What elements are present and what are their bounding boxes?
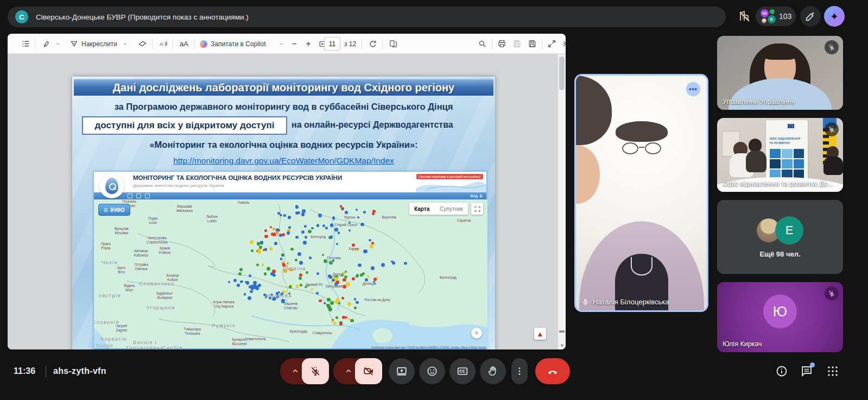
read-aloud-button[interactable]	[155, 34, 170, 54]
activities-button[interactable]	[826, 365, 839, 378]
monitoring-station-dot	[341, 273, 344, 277]
zoom-out-button[interactable]: −	[290, 34, 299, 54]
draw-dropdown[interactable]	[121, 34, 129, 54]
monitoring-station-dot	[280, 293, 283, 296]
copilot-dropdown[interactable]	[277, 34, 286, 54]
pdf-document-area: Дані досліджень лабораторії моніторингу …	[8, 54, 558, 349]
more-participants-tile[interactable]: E Ещё 98 чел.	[717, 200, 843, 274]
map-pan-control[interactable]: ✛	[471, 328, 482, 339]
portal-logo	[99, 173, 124, 198]
monitoring-station-dot	[267, 267, 270, 271]
speaker-tile[interactable]: ••• Наталія Білоцерківська	[574, 74, 708, 312]
fullscreen-button[interactable]	[545, 34, 558, 54]
monitoring-station-dot	[343, 278, 346, 282]
save-button[interactable]	[510, 34, 523, 54]
captions-button[interactable]	[449, 358, 476, 384]
translate-button[interactable]: аА	[177, 34, 191, 54]
reactions-button[interactable]	[419, 358, 445, 384]
save-as-button[interactable]	[525, 34, 538, 54]
page-number-input[interactable]: 11	[324, 37, 340, 51]
chat-button[interactable]	[800, 365, 813, 378]
satellite-button[interactable]: Супутник	[434, 206, 468, 212]
map-type-control[interactable]: Карта Супутник	[409, 203, 468, 215]
monitoring-station-dot	[309, 257, 311, 259]
monitoring-station-dot	[249, 274, 251, 277]
monitoring-station-dot	[324, 259, 327, 263]
monitoring-station-dot	[308, 230, 311, 233]
raise-hand-button[interactable]	[480, 358, 506, 384]
monitoring-station-dot	[352, 243, 355, 247]
gemini-button[interactable]: ✦	[824, 6, 845, 27]
present-button[interactable]	[389, 358, 415, 384]
map-fullscreen-button[interactable]	[471, 203, 483, 215]
zoom-in-button[interactable]: +	[304, 34, 313, 54]
annotate-button[interactable]	[800, 6, 821, 27]
eraser-button[interactable]	[136, 34, 149, 54]
rotate-button[interactable]	[366, 34, 379, 54]
toc-button[interactable]	[18, 34, 33, 54]
monitoring-station-dot	[356, 209, 358, 211]
menu-icon[interactable]	[136, 193, 141, 198]
participants-button[interactable]: Ю E 103	[756, 7, 796, 26]
tile-more-options-button[interactable]: •••	[686, 82, 700, 96]
menu-icon[interactable]	[128, 193, 132, 198]
monitoring-station-dot	[334, 228, 338, 232]
print-button[interactable]	[495, 34, 508, 54]
participant-tile-upravlinnia[interactable]: Управління Управління	[717, 36, 843, 110]
map-canvas[interactable]: ☰ІНФО Карта Супутник ✛ Комбінації клавіш…	[94, 199, 487, 349]
monitoring-station-dot	[329, 276, 332, 279]
slide-page-11: Дані досліджень лабораторії моніторингу …	[72, 77, 495, 349]
draw-icon[interactable]	[67, 34, 80, 54]
portal-title: МОНІТОРИНГ ТА ЕКОЛОГІЧНА ОЦІНКА ВОДНИХ Р…	[133, 174, 342, 181]
slide-link[interactable]: http://monitoring.davr.gov.ua/EcoWaterMo…	[173, 156, 394, 165]
highlight-button[interactable]	[39, 34, 52, 54]
slide-title: Дані досліджень лабораторії моніторингу …	[74, 79, 493, 96]
draw-label[interactable]: Накреслити	[81, 34, 117, 54]
monitoring-station-dot	[303, 241, 307, 245]
participant-name-label: Управління Управління	[723, 98, 795, 105]
scrollbar-down-arrow[interactable]: ▼	[560, 343, 565, 348]
monitoring-station-dot	[330, 235, 333, 239]
avatar: Ю	[763, 295, 797, 328]
clock: 11:36	[14, 366, 35, 376]
copilot-label[interactable]: Запитати в Copilot	[211, 34, 266, 54]
copilot-icon[interactable]	[199, 34, 208, 54]
monitoring-station-dot	[373, 278, 377, 281]
camera-toggle-button[interactable]	[355, 358, 382, 384]
login-link[interactable]: Вхід	[470, 193, 483, 198]
participant-tile-office[interactable]: ОФІС ВІДНОВЛЕННЯТА РОЗВИТКУ Офіс відновл…	[717, 118, 843, 192]
monitoring-station-dot	[276, 295, 279, 298]
monitoring-station-dot	[264, 229, 267, 232]
monitoring-station-dot	[357, 216, 359, 218]
meeting-details-button[interactable]	[775, 365, 788, 378]
monitoring-station-dot	[244, 293, 246, 295]
highlight-dropdown[interactable]	[53, 34, 62, 54]
scrollbar-thumb[interactable]	[559, 57, 565, 90]
acrobat-extension-badge[interactable]: ▲	[534, 328, 546, 340]
wave-decoration	[416, 178, 486, 192]
settings-button[interactable]	[559, 34, 566, 54]
scrollbar-marker	[559, 330, 565, 333]
leave-call-button[interactable]	[535, 358, 570, 384]
monitoring-station-dot	[251, 249, 254, 252]
pdf-scrollbar[interactable]: ▼	[558, 54, 566, 349]
banner-title: ОФІС ВІДНОВЛЕННЯТА РОЗВИТКУ	[769, 137, 800, 145]
menu-icon[interactable]	[145, 193, 150, 198]
presentation-title-bar: C Сіверсько-Донецьке БУВР (Проводится по…	[8, 7, 726, 27]
monitoring-station-dot	[354, 307, 357, 309]
participant-name-label: Юлія Киркач	[723, 340, 762, 348]
mic-toggle-button[interactable]	[302, 358, 329, 384]
more-options-button[interactable]	[511, 358, 528, 384]
map-button[interactable]: Карта	[409, 206, 434, 212]
search-button[interactable]	[476, 34, 489, 54]
info-button[interactable]: ☰ІНФО	[98, 204, 130, 216]
monitoring-station-dot	[371, 266, 375, 270]
participant-tile-yuliya[interactable]: Ю Юлія Киркач	[717, 282, 843, 352]
monitoring-station-dot	[316, 224, 320, 227]
map-geography	[94, 199, 487, 349]
monitoring-station-dot	[257, 242, 260, 245]
chat-notification-dot	[810, 362, 815, 367]
monitoring-station-dot	[291, 268, 294, 271]
page-view-button[interactable]	[387, 34, 400, 54]
water-drop-icon	[105, 178, 118, 194]
